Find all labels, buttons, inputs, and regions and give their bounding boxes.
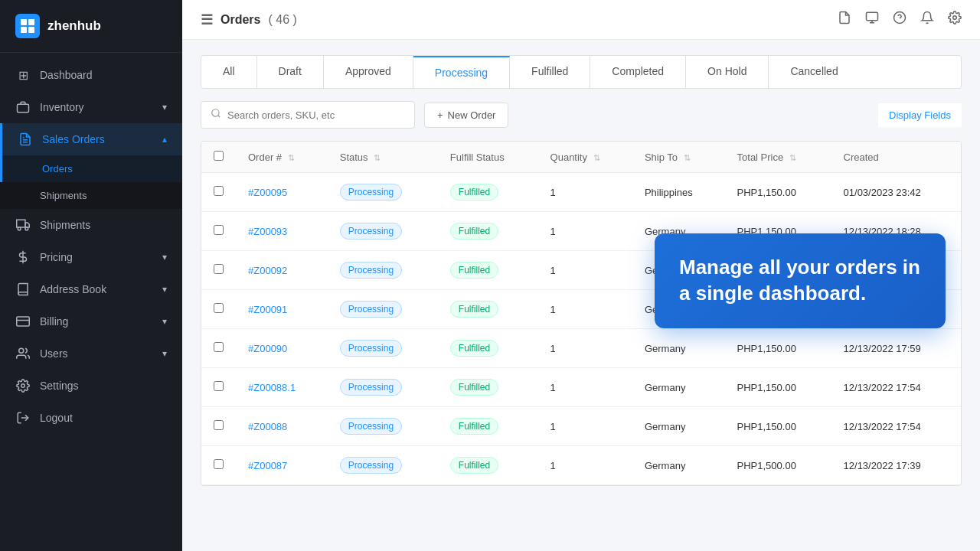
status-badge: Processing — [340, 184, 402, 201]
sidebar-item-orders[interactable]: Orders — [0, 155, 182, 182]
topbar: ☰ Orders ( 46 ) — [182, 0, 980, 40]
select-all-checkbox[interactable] — [214, 151, 224, 161]
row-ship-to: Germany — [632, 446, 725, 485]
new-order-button[interactable]: + + New Order New Order — [424, 103, 508, 128]
search-input[interactable] — [227, 109, 405, 121]
users-icon — [15, 346, 31, 361]
order-link[interactable]: #Z00088 — [248, 421, 287, 432]
row-order-num[interactable]: #Z00088 — [236, 407, 328, 446]
sidebar-item-sales-orders[interactable]: Sales Orders ▴ — [0, 123, 182, 155]
settings-icon — [15, 378, 31, 393]
row-total-price: PHP1,150.00 — [725, 173, 831, 212]
row-status: Processing — [328, 407, 438, 446]
col-created[interactable]: Created — [831, 142, 961, 173]
display-fields-button[interactable]: Display Fields — [878, 103, 962, 127]
svg-line-24 — [218, 116, 220, 118]
tab-processing[interactable]: Processing — [413, 56, 510, 88]
order-link[interactable]: #Z00088.1 — [248, 382, 296, 393]
row-created: 01/03/2023 23:42 — [831, 173, 961, 212]
help-icon[interactable] — [893, 11, 906, 28]
row-checkbox-cell — [201, 368, 236, 407]
status-badge: Processing — [340, 457, 402, 474]
tab-fulfilled[interactable]: Fulfilled — [510, 56, 590, 88]
row-checkbox[interactable] — [214, 225, 224, 235]
status-badge: Processing — [340, 418, 402, 435]
row-total-price: PHP1,150.00 — [725, 368, 831, 407]
order-count: ( 46 ) — [268, 13, 296, 27]
sidebar-item-inventory[interactable]: Inventory ▾ — [0, 91, 182, 123]
row-status: Processing — [328, 446, 438, 485]
row-checkbox[interactable] — [214, 303, 224, 313]
row-quantity: 1 — [538, 446, 632, 485]
row-order-num[interactable]: #Z00092 — [236, 251, 328, 290]
notification-icon[interactable] — [920, 11, 934, 28]
col-quantity[interactable]: Quantity ⇅ — [538, 142, 632, 173]
col-status[interactable]: Status ⇅ — [328, 142, 438, 173]
row-checkbox[interactable] — [214, 264, 224, 274]
status-badge: Processing — [340, 223, 402, 240]
logo[interactable]: zhenhub — [0, 0, 182, 53]
row-fulfill-status: Fulfilled — [438, 329, 538, 368]
tab-approved[interactable]: Approved — [324, 56, 413, 88]
chevron-down-icon: ▾ — [162, 316, 167, 327]
sidebar-item-billing[interactable]: Billing ▾ — [0, 305, 182, 337]
sidebar-item-shipments-sub[interactable]: Shipments — [0, 182, 182, 209]
page-title: Orders — [220, 13, 260, 27]
row-checkbox[interactable] — [214, 381, 224, 391]
monitor-icon[interactable] — [865, 11, 879, 28]
main-content: ☰ Orders ( 46 ) All Draft — [182, 0, 980, 551]
svg-point-14 — [19, 348, 24, 353]
row-quantity: 1 — [538, 251, 632, 290]
document-icon[interactable] — [838, 11, 851, 28]
sidebar-item-label: Inventory — [40, 101, 84, 113]
order-link[interactable]: #Z00087 — [248, 460, 287, 471]
dashboard-icon: ⊞ — [15, 67, 31, 83]
row-checkbox-cell — [201, 251, 236, 290]
order-link[interactable]: #Z00090 — [248, 343, 287, 354]
tab-all[interactable]: All — [201, 56, 257, 88]
select-all-col — [201, 142, 236, 173]
topbar-settings-icon[interactable] — [948, 11, 962, 28]
sidebar-item-logout[interactable]: Logout — [0, 402, 182, 434]
order-link[interactable]: #Z00095 — [248, 187, 287, 198]
col-fulfill-status[interactable]: Fulfill Status — [438, 142, 538, 173]
row-order-num[interactable]: #Z00088.1 — [236, 368, 328, 407]
row-checkbox-cell — [201, 290, 236, 329]
chevron-up-icon: ▴ — [162, 134, 167, 145]
row-order-num[interactable]: #Z00091 — [236, 290, 328, 329]
tab-cancelled[interactable]: Cancelled — [769, 56, 859, 88]
sidebar-item-address-book[interactable]: Address Book ▾ — [0, 273, 182, 305]
col-order-num[interactable]: Order # ⇅ — [236, 142, 328, 173]
order-link[interactable]: #Z00092 — [248, 265, 287, 276]
row-order-num[interactable]: #Z00093 — [236, 212, 328, 251]
order-link[interactable]: #Z00093 — [248, 226, 287, 237]
row-order-num[interactable]: #Z00087 — [236, 446, 328, 485]
sidebar-item-settings[interactable]: Settings — [0, 370, 182, 402]
row-checkbox[interactable] — [214, 186, 224, 196]
orders-toolbar: + + New Order New Order Display Fields — [201, 101, 962, 129]
row-fulfill-status: Fulfilled — [438, 212, 538, 251]
row-checkbox[interactable] — [214, 342, 224, 352]
page-content: All Draft Approved Processing Fulfilled … — [182, 40, 980, 551]
fulfill-status-badge: Fulfilled — [450, 418, 498, 435]
row-ship-to: Germany — [632, 407, 725, 446]
tab-draft[interactable]: Draft — [257, 56, 324, 88]
search-box[interactable] — [201, 101, 415, 129]
fulfill-status-badge: Fulfilled — [450, 379, 498, 396]
sort-icon: ⇅ — [288, 153, 295, 163]
fulfill-status-badge: Fulfilled — [450, 340, 498, 357]
row-order-num[interactable]: #Z00095 — [236, 173, 328, 212]
tab-on-hold[interactable]: On Hold — [686, 56, 769, 88]
sidebar-item-users[interactable]: Users ▾ — [0, 337, 182, 370]
col-total-price[interactable]: Total Price ⇅ — [725, 142, 831, 173]
sidebar-item-pricing[interactable]: Pricing ▾ — [0, 241, 182, 273]
sidebar-item-dashboard[interactable]: ⊞ Dashboard — [0, 59, 182, 91]
row-checkbox[interactable] — [214, 459, 224, 469]
tab-completed[interactable]: Completed — [590, 56, 686, 88]
row-checkbox[interactable] — [214, 420, 224, 430]
col-ship-to[interactable]: Ship To ⇅ — [632, 142, 725, 173]
row-order-num[interactable]: #Z00090 — [236, 329, 328, 368]
sidebar-item-shipments[interactable]: Shipments — [0, 209, 182, 241]
row-quantity: 1 — [538, 212, 632, 251]
order-link[interactable]: #Z00091 — [248, 304, 287, 315]
